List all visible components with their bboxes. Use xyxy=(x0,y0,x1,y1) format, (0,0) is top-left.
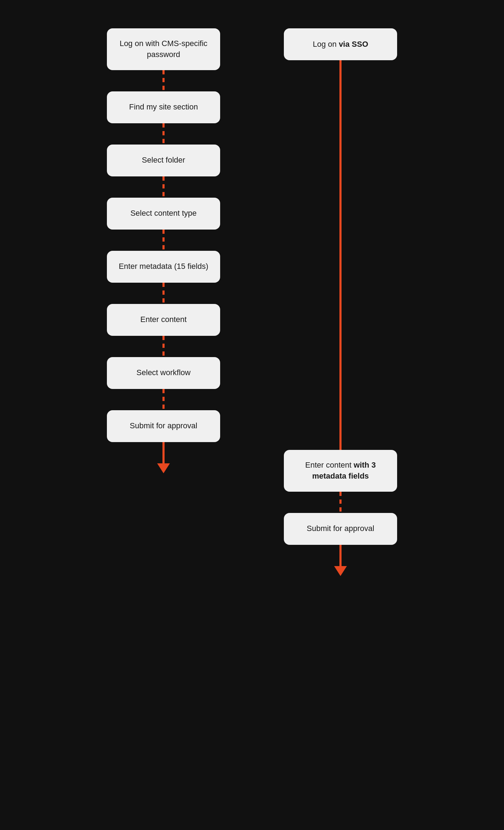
connector-right-3 xyxy=(339,545,342,566)
connector-4 xyxy=(162,230,165,251)
right-flow-column: Log on via SSO Enter content with 3 meta… xyxy=(284,28,397,576)
arrow-down-right xyxy=(334,566,347,576)
box-enter-content: Enter content xyxy=(107,304,220,336)
connector-5 xyxy=(162,283,165,304)
long-connector-right xyxy=(339,60,342,450)
connector-7 xyxy=(162,389,165,410)
connector-8 xyxy=(162,442,165,463)
connector-right-2 xyxy=(339,492,342,513)
box-submit-approval-right: Submit for approval xyxy=(284,513,397,545)
left-flow-column: Log on with CMS-specific password Find m… xyxy=(107,28,220,473)
box-enter-metadata: Enter metadata (15 fields) xyxy=(107,251,220,283)
box-select-folder: Select folder xyxy=(107,145,220,176)
connector-1 xyxy=(162,70,165,91)
box-select-content-type: Select content type xyxy=(107,198,220,230)
box-enter-content-meta: Enter content with 3 metadata fields xyxy=(284,450,397,492)
box-logon-cms: Log on with CMS-specific password xyxy=(107,28,220,70)
connector-6 xyxy=(162,336,165,357)
box-find-site: Find my site section xyxy=(107,91,220,123)
box-select-workflow: Select workflow xyxy=(107,357,220,389)
box-logon-sso: Log on via SSO xyxy=(284,28,397,60)
diagram-container: Log on with CMS-specific password Find m… xyxy=(79,14,425,590)
arrow-down-left xyxy=(157,463,170,473)
connector-2 xyxy=(162,123,165,145)
box-submit-approval-left: Submit for approval xyxy=(107,410,220,442)
connector-3 xyxy=(162,176,165,198)
